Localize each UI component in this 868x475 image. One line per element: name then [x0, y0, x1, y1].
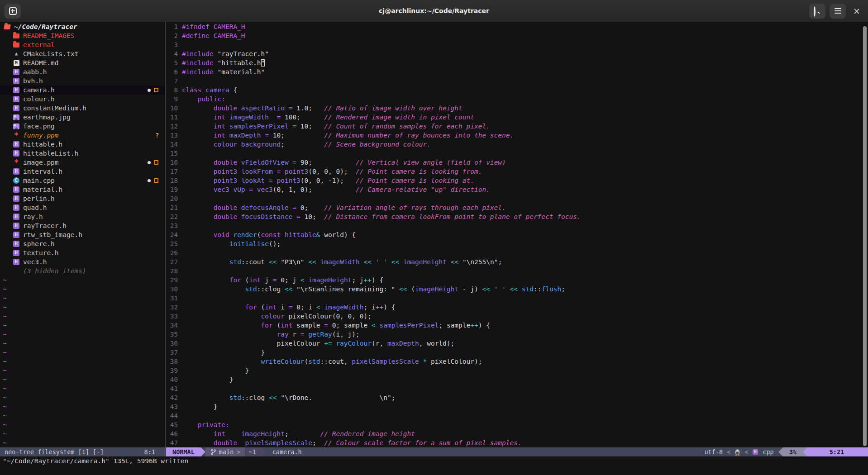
code-editor[interactable]: 1#ifndef CAMERA_H2#define CAMERA_H34#inc… — [166, 22, 868, 447]
tree-item-hittable-h[interactable]: Hhittable.h — [0, 140, 165, 149]
code-line-39[interactable]: 39 } — [166, 366, 868, 375]
code-line-34[interactable]: 34 for (int sample = 0; sample < samples… — [166, 321, 868, 330]
code-line-13[interactable]: 13 int maxDepth = 10; // Maximum number … — [166, 131, 868, 140]
code-line-31[interactable]: 31 — [166, 294, 868, 303]
code-token — [182, 123, 214, 130]
code-line-35[interactable]: 35 ray r = getRay(i, j); — [166, 330, 868, 339]
code-line-40[interactable]: 40 } — [166, 375, 868, 384]
code-line-22[interactable]: 22 double focusDistance = 10; // Distanc… — [166, 212, 868, 221]
git-branch-name: main — [219, 447, 234, 456]
powerline-separator — [803, 447, 807, 456]
tree-item-funny-ppm[interactable]: *funny.ppm? — [0, 131, 165, 140]
window-title: cj@archlinux:~/Code/Raytracer — [0, 7, 868, 14]
tree-item-hittablelist-h[interactable]: HhittableList.h — [0, 149, 165, 158]
code-line-23[interactable]: 23 — [166, 221, 868, 230]
tree-item-earthmap-jpg[interactable]: earthmap.jpg — [0, 113, 165, 122]
code-line-3[interactable]: 3 — [166, 40, 868, 49]
code-line-21[interactable]: 21 double defocusAngle = 0; // Variation… — [166, 203, 868, 212]
code-line-28[interactable]: 28 — [166, 266, 868, 276]
tree-item-label: aabb.h — [23, 67, 47, 76]
header-file-icon: H — [13, 214, 20, 220]
code-line-26[interactable]: 26 — [166, 248, 868, 257]
code-line-10[interactable]: 10 double aspectRatio = 1.0; // Ratio of… — [166, 104, 868, 113]
code-line-14[interactable]: 14 colour background; // Scene backgroun… — [166, 140, 868, 149]
code-token: ( — [257, 231, 261, 238]
tree-item-aabb-h[interactable]: Haabb.h — [0, 67, 165, 76]
code-line-36[interactable]: 36 pixelColour += rayColour(r, maxDepth,… — [166, 339, 868, 348]
code-line-44[interactable]: 44 — [166, 411, 868, 420]
code-line-5[interactable]: 5#include "hittable.h" — [166, 58, 868, 67]
tree-item-external[interactable]: external — [0, 40, 165, 49]
tree-item-ray-h[interactable]: Hray.h — [0, 212, 165, 221]
tree-item-interval-h[interactable]: Hinterval.h — [0, 167, 165, 176]
code-line-25[interactable]: 25 initialise(); — [166, 239, 868, 248]
tree-item-readme-md[interactable]: MREADME.md — [0, 58, 165, 67]
code-line-27[interactable]: 27 std::cout << "P3\n" << imageWidth << … — [166, 257, 868, 266]
tree-item-camera-h[interactable]: Hcamera.h — [0, 86, 165, 95]
empty-line-tilde: ~ — [0, 357, 165, 366]
tree-item-face-png[interactable]: face.png — [0, 122, 165, 131]
code-line-43[interactable]: 43 } — [166, 402, 868, 411]
code-token — [182, 204, 214, 211]
code-line-46[interactable]: 46 int imageHeight; // Rendered image he… — [166, 429, 868, 438]
code-line-17[interactable]: 17 point3 lookFrom = point3(0, 0, 0); //… — [166, 167, 868, 176]
code-token: std — [245, 285, 257, 293]
code-line-30[interactable]: 30 std::clog << "\rScanlines remaining: … — [166, 285, 868, 294]
tree-item-readme-images[interactable]: README_IMAGES — [0, 31, 165, 40]
tree-item-texture-h[interactable]: Htexture.h — [0, 248, 165, 257]
tree-item-material-h[interactable]: Hmaterial.h — [0, 185, 165, 194]
code-line-38[interactable]: 38 writeColour(std::cout, pixelSamplesSc… — [166, 357, 868, 366]
search-button[interactable] — [809, 4, 825, 19]
code-token — [447, 258, 451, 266]
tree-item-colour-h[interactable]: Hcolour.h — [0, 95, 165, 104]
code-line-42[interactable]: 42 std::clog << "\rDone. \n"; — [166, 393, 868, 402]
code-token — [320, 304, 324, 311]
close-button[interactable]: × — [850, 6, 863, 16]
tree-item--3-hidden-items-[interactable]: (3 hidden items) — [0, 266, 165, 276]
menu-button[interactable] — [830, 4, 846, 19]
empty-line-tilde: ~ — [0, 285, 165, 294]
tree-item-constantmedium-h[interactable]: HconstantMedium.h — [0, 104, 165, 113]
code-line-16[interactable]: 16 double vFieldOfView = 90; // Vertical… — [166, 158, 868, 167]
tree-item-sphere-h[interactable]: Hsphere.h — [0, 239, 165, 248]
code-line-33[interactable]: 33 colour pixelColour(0, 0, 0); — [166, 312, 868, 321]
code-line-8[interactable]: 8class camera { — [166, 86, 868, 95]
code-line-9[interactable]: 9 public: — [166, 95, 868, 104]
code-line-29[interactable]: 29 for (int j = 0; j < imageHeight; j++)… — [166, 276, 868, 285]
code-line-32[interactable]: 32 for (int i = 0; i < imageWidth; i++) … — [166, 303, 868, 312]
tree-item-rtw-stb-image-h[interactable]: Hrtw_stb_image.h — [0, 230, 165, 239]
code-line-12[interactable]: 12 int samplesPerPixel = 10; // Count of… — [166, 122, 868, 131]
code-line-2[interactable]: 2#define CAMERA_H — [166, 31, 868, 40]
tree-item-bvh-h[interactable]: Hbvh.h — [0, 76, 165, 86]
code-line-19[interactable]: 19 vec3 vUp = vec3(0, 1, 0); // Camera-r… — [166, 185, 868, 194]
tree-item-vec3-h[interactable]: Hvec3.h — [0, 257, 165, 266]
empty-line-tilde: ~ — [0, 384, 165, 393]
code-line-47[interactable]: 47 double pixelSamplesScale; // Colour s… — [166, 438, 868, 447]
tree-item-quad-h[interactable]: Hquad.h — [0, 203, 165, 212]
code-line-1[interactable]: 1#ifndef CAMERA_H — [166, 22, 868, 31]
code-line-4[interactable]: 4#include "rayTracer.h" — [166, 49, 868, 58]
code-line-11[interactable]: 11 int imageWidth = 100; // Rendered ima… — [166, 113, 868, 122]
code-line-7[interactable]: 7 — [166, 76, 868, 86]
image-file-icon — [13, 124, 20, 129]
code-line-45[interactable]: 45 private: — [166, 420, 868, 429]
tree-item-raytracer-h[interactable]: HrayTracer.h — [0, 221, 165, 230]
code-line-6[interactable]: 6#include "material.h" — [166, 67, 868, 76]
code-line-15[interactable]: 15 — [166, 149, 868, 158]
tree-item--code-raytracer[interactable]: ~/Code/Raytracer — [0, 22, 165, 31]
code-token: << — [364, 258, 372, 266]
terminal-scrollbar[interactable] — [863, 26, 867, 446]
tree-item-perlin-h[interactable]: Hperlin.h — [0, 194, 165, 203]
tree-item-cmakelists-txt[interactable]: ▲CMakeLists.txt — [0, 49, 165, 58]
code-token — [237, 168, 241, 175]
code-line-18[interactable]: 18 point3 lookAt = point3(0, 0, -1); // … — [166, 176, 868, 185]
empty-line-tilde: ~ — [0, 339, 165, 348]
tree-item-image-ppm[interactable]: *image.ppm — [0, 158, 165, 167]
code-line-37[interactable]: 37 } — [166, 348, 868, 357]
code-token: // Variation angle of rays through each … — [324, 204, 506, 211]
code-line-24[interactable]: 24 void render(const hittable& world) { — [166, 230, 868, 239]
command-line-message: "~/Code/Raytracer/camera.h" 135L, 5996B … — [0, 456, 868, 466]
tree-item-main-cpp[interactable]: Cmain.cpp — [0, 176, 165, 185]
code-line-41[interactable]: 41 — [166, 384, 868, 393]
code-line-20[interactable]: 20 — [166, 194, 868, 203]
